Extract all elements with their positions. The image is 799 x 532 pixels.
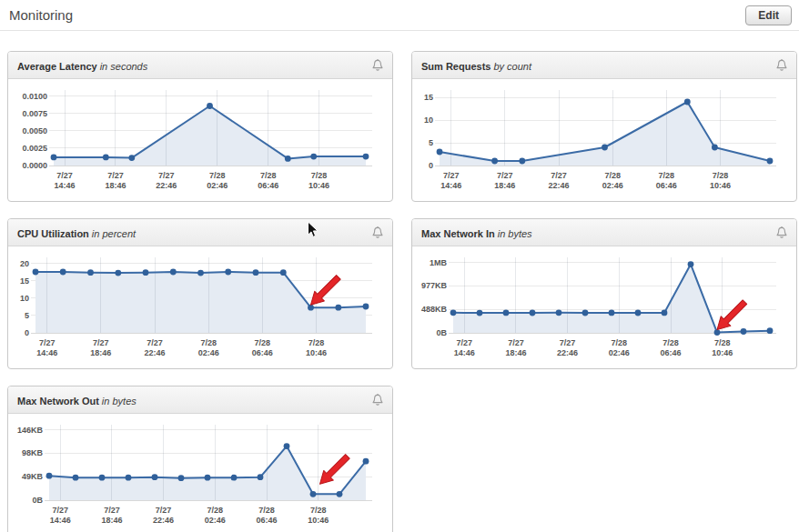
data-point[interactable]: [335, 305, 341, 311]
data-point[interactable]: [128, 155, 135, 161]
data-point[interactable]: [582, 310, 589, 316]
y-tick-label: 98KB: [22, 448, 44, 457]
x-tick-date: 7/27: [56, 171, 73, 180]
data-point[interactable]: [60, 269, 66, 276]
data-point[interactable]: [363, 304, 369, 310]
create-alarm-bell-button[interactable]: [370, 393, 385, 407]
bell-icon: [774, 58, 789, 73]
sum-requests-chart[interactable]: 0510157/2714:467/2718:467/2722:467/2802:…: [412, 79, 798, 201]
create-alarm-bell-button[interactable]: [370, 58, 385, 73]
data-point[interactable]: [225, 269, 231, 276]
data-point[interactable]: [126, 475, 132, 481]
x-tick-date: 7/27: [497, 171, 513, 180]
x-tick-time: 06:46: [661, 348, 682, 357]
panel-subtitle: in percent: [92, 228, 136, 239]
y-tick-label: 0: [25, 328, 29, 337]
x-tick-time: 10:46: [308, 181, 329, 190]
max-network-in-body: 0B488KB977KB1MB7/2714:467/2718:467/2722:…: [412, 246, 796, 368]
data-point[interactable]: [143, 269, 149, 276]
data-point[interactable]: [530, 310, 536, 316]
data-point[interactable]: [337, 491, 343, 497]
x-tick-date: 7/28: [207, 506, 224, 515]
y-tick-label: 49KB: [22, 472, 44, 481]
x-tick-time: 02:46: [205, 516, 226, 525]
data-point[interactable]: [73, 475, 79, 481]
data-point[interactable]: [712, 145, 718, 151]
data-point[interactable]: [503, 310, 510, 316]
sum-requests-header: Sum Requestsby count: [412, 52, 796, 79]
create-alarm-bell-button[interactable]: [774, 226, 789, 240]
data-point[interactable]: [51, 155, 57, 161]
data-point[interactable]: [178, 475, 185, 481]
cpu-utilization-chart[interactable]: 051015207/2714:467/2718:467/2722:467/280…: [8, 246, 394, 368]
edit-button[interactable]: Edit: [745, 5, 792, 25]
max-network-in-chart[interactable]: 0B488KB977KB1MB7/2714:467/2718:467/2722:…: [412, 246, 798, 368]
data-point[interactable]: [115, 270, 121, 276]
data-point[interactable]: [741, 328, 747, 335]
x-tick-time: 18:46: [101, 516, 122, 525]
data-point[interactable]: [688, 261, 694, 267]
data-point[interactable]: [635, 310, 642, 316]
data-point[interactable]: [519, 158, 525, 165]
data-point[interactable]: [767, 327, 774, 334]
x-tick-date: 7/27: [93, 338, 109, 347]
arrow-cursor-icon: [307, 221, 319, 238]
data-point[interactable]: [437, 149, 443, 156]
data-point[interactable]: [662, 310, 668, 316]
x-tick-time: 18:46: [505, 348, 526, 357]
y-tick-label: 146KB: [17, 426, 44, 435]
average-latency-chart[interactable]: 0.00000.00250.00500.00750.01007/2714:467…: [8, 79, 394, 201]
data-point[interactable]: [207, 103, 213, 109]
data-point[interactable]: [253, 269, 259, 276]
average-latency-panel: Average Latencyin seconds 0.00000.00250.…: [7, 51, 393, 202]
data-point[interactable]: [284, 443, 290, 449]
data-point[interactable]: [767, 158, 774, 165]
data-point[interactable]: [684, 99, 691, 105]
data-point[interactable]: [87, 269, 94, 276]
data-point[interactable]: [491, 158, 498, 165]
data-point[interactable]: [258, 474, 264, 480]
bell-icon: [370, 393, 385, 407]
data-point[interactable]: [310, 491, 317, 497]
x-tick-time: 06:46: [258, 181, 278, 190]
x-tick-time: 02:46: [198, 348, 219, 357]
data-point[interactable]: [363, 458, 369, 465]
data-point[interactable]: [477, 310, 483, 316]
x-tick-time: 14:46: [36, 348, 57, 357]
data-point[interactable]: [450, 309, 457, 316]
panel-title: Average Latency: [17, 61, 97, 72]
data-point[interactable]: [231, 475, 238, 481]
data-point[interactable]: [310, 154, 317, 160]
create-alarm-bell-button[interactable]: [774, 58, 789, 73]
x-tick-date: 7/28: [714, 338, 731, 347]
bell-icon: [774, 226, 789, 240]
data-point[interactable]: [714, 329, 721, 336]
data-point[interactable]: [46, 473, 53, 479]
data-point[interactable]: [285, 156, 291, 162]
max-network-out-chart[interactable]: 0B49KB98KB146KB7/2714:467/2718:467/2722:…: [8, 414, 394, 532]
x-tick-date: 7/28: [612, 338, 628, 347]
panel-title: Max Network In: [421, 228, 495, 239]
data-point[interactable]: [363, 154, 369, 160]
data-point[interactable]: [197, 270, 204, 276]
data-point[interactable]: [602, 145, 608, 151]
max-network-in-panel: Max Network Inin bytes 0B488KB977KB1MB7/…: [411, 218, 797, 369]
create-alarm-bell-button[interactable]: [370, 226, 385, 240]
data-point[interactable]: [99, 475, 106, 481]
sum-requests-body: 0510157/2714:467/2718:467/2722:467/2802:…: [412, 79, 796, 201]
x-tick-time: 14:46: [440, 181, 461, 190]
data-point[interactable]: [556, 309, 562, 316]
data-point[interactable]: [205, 475, 211, 481]
data-point[interactable]: [33, 269, 39, 276]
y-tick-label: 0: [429, 161, 433, 170]
data-point[interactable]: [609, 310, 615, 316]
data-point[interactable]: [103, 155, 109, 161]
data-point[interactable]: [170, 269, 177, 276]
panel-subtitle: in seconds: [100, 61, 148, 72]
data-point[interactable]: [280, 269, 287, 276]
data-point[interactable]: [152, 474, 158, 480]
x-tick-date: 7/27: [39, 338, 56, 347]
x-tick-date: 7/28: [604, 171, 621, 180]
data-point[interactable]: [308, 305, 314, 311]
panel-subtitle: in bytes: [102, 396, 137, 407]
